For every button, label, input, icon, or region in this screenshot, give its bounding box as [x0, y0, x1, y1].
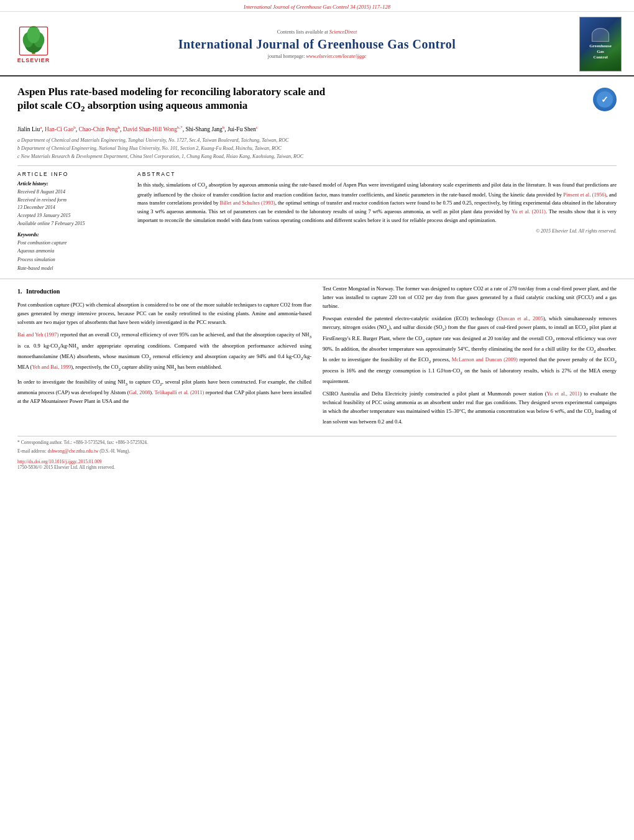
journal-title-section: Contents lists available at ScienceDirec… [62, 29, 572, 59]
issn-text: 1750-5836/© 2015 Elsevier Ltd. All right… [17, 464, 115, 470]
received-revised-label: Received in revised form [17, 196, 126, 205]
email-line: E-mail address: dshwong@che.nthu.edu.tw … [17, 448, 617, 455]
author1-sup: a [40, 125, 42, 130]
author3-name: Chao-Chin Peng [78, 127, 117, 133]
article-header: Aspen Plus rate-based modeling for recon… [0, 76, 634, 279]
ref-duncan[interactable]: Duncan et al., 2005 [498, 315, 543, 321]
page: International Journal of Greenhouse Gas … [0, 0, 634, 840]
author4-sup: b,* [177, 125, 183, 130]
affil-c: c New Materials Research & Development D… [17, 153, 617, 160]
ref-yu-2011[interactable]: Yu et al., 2011 [547, 390, 580, 397]
email-suffix: (D.S.-H. Wang). [99, 448, 130, 454]
elsevier-tree-icon [17, 25, 50, 57]
accepted-date: Accepted 19 January 2015 [17, 212, 126, 220]
author2-name: Han-Ci Gao [45, 127, 73, 133]
info-abstract-section: ARTICLE INFO Article history: Received 8… [17, 171, 617, 272]
article-info-heading: ARTICLE INFO [17, 171, 126, 177]
keyword-3: Process simulation [17, 256, 126, 264]
homepage-label: journal homepage: [268, 53, 305, 59]
ref-billet[interactable]: Billet and Schultes (1993) [220, 200, 275, 206]
body-content: 1. Introduction Post combustion capture … [0, 279, 634, 436]
intro-para2: Bai and Yeh (1997) reported that an over… [17, 330, 311, 373]
intro-col2-para3: CSIRO Australia and Delta Electricity jo… [323, 389, 617, 426]
affiliations: a Department of Chemical and Materials E… [17, 137, 617, 160]
journal-header: ELSEVIER Contents lists available at Sci… [0, 12, 634, 76]
article-title-section: Aspen Plus rate-based modeling for recon… [17, 85, 617, 118]
body-col-1: 1. Introduction Post combustion capture … [17, 284, 311, 430]
received-revised-date: 13 December 2014 [17, 204, 126, 212]
affil-b: b Department of Chemical Engineering, Na… [17, 145, 617, 152]
received-date: Received 8 August 2014 [17, 188, 126, 196]
contents-available-line: Contents lists available at ScienceDirec… [62, 29, 572, 35]
svg-point-4 [27, 26, 40, 44]
available-date: Available online 7 February 2015 [17, 220, 126, 228]
section1-number: 1. [17, 288, 22, 295]
email-address[interactable]: dshwong@che.nthu.edu.tw [48, 448, 99, 454]
intro-col2-para2: Powspan extended the patented electro-ca… [323, 314, 617, 385]
author4-name: David Shan-Hill Wong [123, 127, 177, 133]
footer-bottom: http://dx.doi.org/10.1016/j.ijggc.2015.0… [0, 456, 634, 473]
cover-thumbnail: GreenhouseGasControl [579, 17, 622, 72]
author5-sup: b [223, 125, 225, 130]
title-part2: pilot scale CO [17, 99, 81, 111]
ref-gal[interactable]: Gal, 2008 [129, 389, 150, 395]
svg-text:✓: ✓ [601, 95, 609, 104]
article-info-col: ARTICLE INFO Article history: Received 8… [17, 171, 126, 272]
section1-title-text: Introduction [26, 288, 60, 295]
journal-cover: GreenhouseGasControl [578, 17, 623, 72]
section1-title: 1. Introduction [17, 287, 311, 297]
title-part3: absorption using aqueous ammonia [85, 99, 248, 111]
corresponding-note: * Corresponding author. Tel.: +886-3-573… [17, 439, 617, 446]
greenhouse-icon [592, 28, 609, 42]
author6-name: Jui-Fu Shen [227, 127, 256, 133]
keywords-label: Keywords: [17, 232, 126, 238]
ref-pinsent[interactable]: Pinsent et al. (1956) [563, 192, 606, 198]
ref-yeh-bai[interactable]: Yeh and Bai, 1999 [32, 364, 71, 370]
ref-yu[interactable]: Yu et al. (2011) [512, 208, 546, 215]
history-label: Article history: [17, 181, 126, 187]
copyright-line: © 2015 Elsevier Ltd. All rights reserved… [137, 228, 617, 234]
journal-citation: International Journal of Greenhouse Gas … [0, 0, 634, 12]
email-label: E-mail address: [17, 448, 47, 454]
cover-title: GreenhouseGasControl [589, 44, 612, 60]
divider-1 [17, 165, 617, 166]
author1-name: Jialin Liu [17, 127, 40, 133]
intro-para1: Post combustion capture (PCC) with chemi… [17, 300, 311, 326]
body-col-2: Test Centre Mongstad in Norway. The form… [323, 284, 617, 430]
author6-sup: c [256, 125, 258, 130]
title-part1: Aspen Plus rate-based modeling for recon… [17, 86, 325, 98]
abstract-text: In this study, simulations of CO2 absorp… [137, 181, 617, 224]
crossmark-badge: ✓ [593, 88, 617, 111]
affil-a: a Department of Chemical and Materials E… [17, 137, 617, 144]
author5-name: Shi-Shang Jang [185, 127, 222, 133]
intro-col2-para1: Test Centre Mongstad in Norway. The form… [323, 284, 617, 310]
abstract-col: ABSTRACT In this study, simulations of C… [137, 171, 617, 272]
keywords-list: Post combustion capture Aqueous ammonia … [17, 239, 126, 272]
elsevier-logo: ELSEVIER [11, 25, 56, 63]
ref-bai-yeh[interactable]: Bai and Yeh (1997) [17, 331, 58, 338]
authors-line: Jialin Liua, Han-Ci Gaob, Chao-Chin Peng… [17, 124, 617, 134]
keyword-4: Rate-based model [17, 264, 126, 273]
journal-title: International Journal of Greenhouse Gas … [62, 37, 572, 52]
elsevier-text: ELSEVIER [17, 57, 50, 63]
footer-section: * Corresponding author. Tel.: +886-3-573… [17, 436, 617, 455]
citation-text: International Journal of Greenhouse Gas … [244, 4, 390, 10]
article-history: Received 8 August 2014 Received in revis… [17, 188, 126, 228]
author2-sup: b [73, 125, 76, 130]
homepage-link[interactable]: www.elsevier.com/locate/ijggc [306, 53, 367, 59]
abstract-heading: ABSTRACT [137, 171, 617, 177]
crossmark-icon: ✓ [596, 91, 613, 108]
ref-mclarnon[interactable]: McLarnon and Duncan (2009) [452, 356, 518, 362]
intro-para3: In order to investigate the feasibility … [17, 377, 311, 405]
keyword-1: Post combustion capture [17, 239, 126, 247]
article-title: Aspen Plus rate-based modeling for recon… [17, 85, 586, 114]
corresponding-text: * Corresponding author. Tel.: +886-3-573… [17, 440, 148, 445]
sciencedirect-link[interactable]: ScienceDirect [329, 29, 357, 35]
journal-homepage-line: journal homepage: www.elsevier.com/locat… [62, 53, 572, 59]
contents-label: Contents lists available at [277, 29, 328, 35]
ref-telikapalli[interactable]: Telikapalli et al. (2011) [154, 389, 204, 395]
doi-link[interactable]: http://dx.doi.org/10.1016/j.ijggc.2015.0… [17, 459, 102, 464]
keyword-2: Aqueous ammonia [17, 247, 126, 256]
author3-sup: b [118, 125, 121, 130]
